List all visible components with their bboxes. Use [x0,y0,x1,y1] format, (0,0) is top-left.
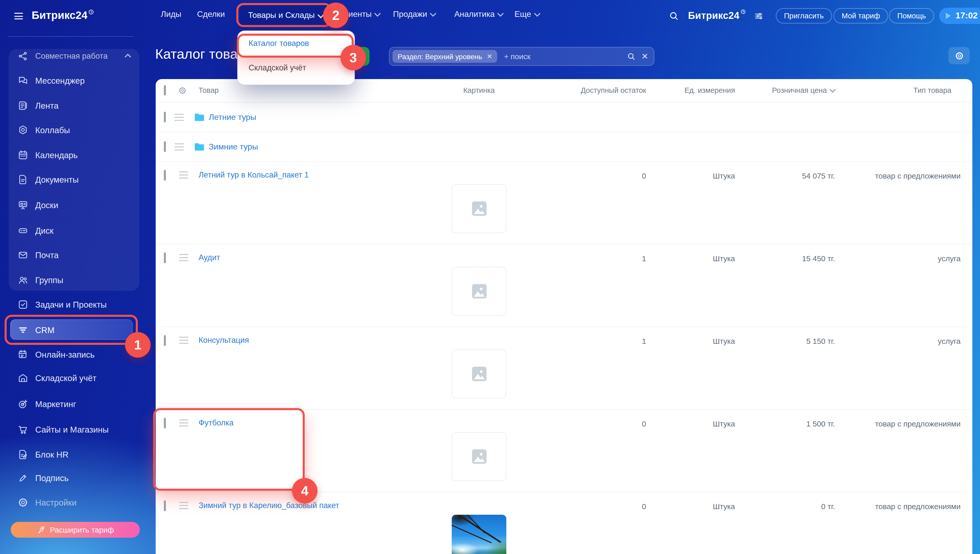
sidebar-item-feed[interactable]: Лента [9,96,139,116]
chevron-up-icon[interactable] [124,53,131,60]
sidebar-item-sites-stores[interactable]: Сайты и Магазины [9,419,139,440]
timer-pill[interactable]: 17:02 [939,8,980,24]
row-checkbox[interactable] [164,253,166,263]
drag-handle[interactable] [179,502,188,509]
sidebar-item-drive[interactable]: Диск [9,220,139,241]
nav-leads[interactable]: Лиды [161,10,182,19]
sidebar-item-documents[interactable]: Документы [9,169,139,190]
hexagon-icon [18,124,29,136]
search-icon[interactable] [626,52,635,61]
row-checkbox[interactable] [164,419,166,428]
col-stock[interactable]: Доступный остаток [581,86,646,94]
sidebar-item-calendar[interactable]: Календарь [9,145,139,165]
sidebar-item-groups[interactable]: Группы [9,270,139,290]
table-row-product-tshirt[interactable]: Футболка 0 Штука 1 500 тг. товар с предл… [156,410,972,492]
sidebar-logo[interactable]: Битрикс24 [32,9,94,21]
select-all-checkbox[interactable] [164,86,166,94]
drag-handle[interactable] [179,419,188,427]
invite-button[interactable]: Пригласить [776,8,832,24]
hamburger-menu-icon[interactable] [14,13,23,19]
clear-filter-icon[interactable]: ✕ [641,51,648,61]
row-checkbox[interactable] [164,501,166,511]
help-button[interactable]: Помощь [889,8,934,24]
sidebar-item-signature[interactable]: Подпись [9,468,139,488]
col-product[interactable]: Товар [199,86,219,94]
sidebar-item-crm[interactable]: CRM [9,320,139,340]
image-placeholder [452,432,506,481]
nav-deals[interactable]: Сделки [197,10,225,19]
chevron-down-icon [497,10,504,17]
nav-products-warehouses[interactable]: Товары и Склады [240,5,331,26]
dropdown-item-catalog[interactable]: Каталог товаров [237,30,355,56]
search-icon[interactable] [669,11,679,21]
target-icon [18,398,29,410]
sidebar-item-hr-block[interactable]: Блок HR [9,444,139,465]
search-placeholder[interactable]: + поиск [504,52,531,61]
sidebar-section-collaboration[interactable]: Совместная работа [9,46,139,66]
columns-gear-icon[interactable] [178,86,187,95]
sidebar-item-label: Диск [35,226,54,236]
sidebar-item-label: Задачи и Проекты [35,300,107,309]
row-checkbox[interactable] [164,142,166,151]
drag-handle[interactable] [179,171,188,178]
row-checkbox[interactable] [164,113,166,122]
table-row-folder[interactable]: Летние туры [156,102,972,132]
cell-unit: Штука [713,419,735,428]
row-checkbox[interactable] [164,336,166,345]
sidebar-item-online-booking[interactable]: Онлайн-запись [9,344,139,365]
nav-more[interactable]: Еще [515,10,539,19]
annotation-badge-4: 4 [292,478,317,503]
sidebar-item-collabs[interactable]: Коллабы [9,120,139,140]
table-row-product[interactable]: Консультация 1 Штука 5 150 тг. услуга [156,327,972,410]
sidebar-item-warehouse[interactable]: Складской учёт [9,368,139,388]
table-row-product[interactable]: Летний тур в Кольсай_пакет 1 0 Штука 54 … [156,162,972,244]
bitrix24-app: Битрикс24 Совместная работа Мессенджер Л… [0,0,980,554]
sidebar-item-boards[interactable]: Доски [9,195,139,215]
sidebar-item-marketing[interactable]: Маркетинг [9,394,139,414]
board-icon [18,199,29,211]
cell-price: 5 150 тг. [806,337,835,345]
row-checkbox[interactable] [164,171,166,180]
pen-icon [18,472,29,484]
nav-analytics[interactable]: Аналитика [454,10,503,19]
sidebar-item-tasks[interactable]: Задачи и Проекты [9,295,139,315]
product-link[interactable]: Консультация [199,336,249,345]
product-link[interactable]: Аудит [199,253,220,262]
col-picture[interactable]: Картинка [452,86,506,94]
drag-handle[interactable] [175,113,184,121]
table-row-product[interactable]: Аудит 1 Штука 15 450 тг. услуга [156,244,972,327]
product-link[interactable]: Летний тур в Кольсай_пакет 1 [199,170,309,180]
drag-handle[interactable] [179,254,188,261]
chip-close-icon[interactable]: ✕ [487,53,492,60]
col-unit[interactable]: Ед. измерения [684,86,735,94]
filter-chip[interactable]: Раздел: Верхний уровень ✕ [392,50,497,63]
cell-price: 1 500 тг. [806,419,835,428]
product-link[interactable]: Футболка [199,418,234,428]
col-type[interactable]: Тип товара [913,86,951,94]
expand-tariff-button[interactable]: Расширить тариф [11,522,140,538]
folder-link[interactable]: Летние туры [209,113,256,122]
col-price[interactable]: Розничная цена [772,86,835,94]
annotation-badge-2: 2 [323,3,349,28]
product-link[interactable]: Зимний тур в Карелию_базовый пакет [199,501,339,510]
sidebar-item-messenger[interactable]: Мессенджер [9,70,139,91]
dropdown-item-warehouse[interactable]: Складской учёт [237,56,355,80]
folder-link[interactable]: Зимние туры [209,142,258,151]
table-row-folder[interactable]: Зимние туры [156,132,972,162]
my-tariff-button[interactable]: Мой тариф [833,8,888,24]
sidebar-item-settings[interactable]: Настройки [9,492,139,513]
check-square-icon [18,299,29,310]
filter-search-bar[interactable]: Раздел: Верхний уровень ✕ + поиск ✕ [389,47,654,66]
sidebar-item-label: Лента [35,101,59,110]
table-row-product[interactable]: Зимний тур в Карелию_базовый пакет 0 Шту… [156,492,972,554]
col-price-label: Розничная цена [772,86,827,94]
drag-handle[interactable] [175,143,184,150]
document-icon [18,174,29,185]
clock-icon [740,9,746,14]
sliders-icon[interactable] [754,11,763,21]
drag-handle[interactable] [179,337,188,344]
nav-sales[interactable]: Продажи [393,10,435,19]
grid-settings-button[interactable] [948,47,970,64]
sidebar-item-mail[interactable]: Почта [9,245,139,265]
topbar-brand-text: Битрикс24 [688,10,739,21]
